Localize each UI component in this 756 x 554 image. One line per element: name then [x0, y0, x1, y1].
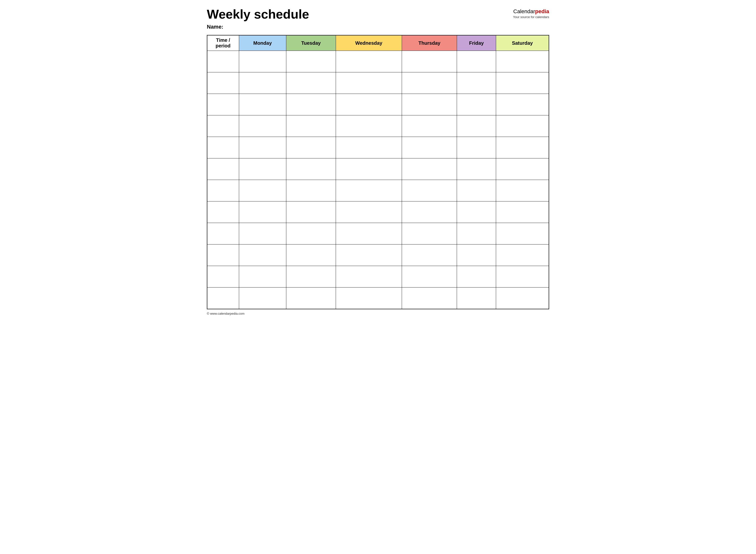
cell-thursday[interactable]: [402, 72, 457, 94]
cell-thursday[interactable]: [402, 94, 457, 115]
cell-friday[interactable]: [457, 180, 496, 202]
cell-friday[interactable]: [457, 158, 496, 180]
cell-thursday[interactable]: [402, 137, 457, 158]
table-row: [207, 137, 549, 158]
cell-thursday[interactable]: [402, 266, 457, 287]
cell-saturday[interactable]: [496, 115, 549, 137]
cell-monday[interactable]: [239, 244, 286, 266]
logo-section: Calendarpedia Your source for calendars: [513, 8, 549, 19]
cell-saturday[interactable]: [496, 266, 549, 287]
table-row: [207, 180, 549, 202]
cell-saturday[interactable]: [496, 244, 549, 266]
cell-thursday[interactable]: [402, 180, 457, 202]
cell-monday[interactable]: [239, 202, 286, 223]
cell-tuesday[interactable]: [286, 287, 336, 309]
time-cell[interactable]: [207, 51, 239, 72]
cell-friday[interactable]: [457, 244, 496, 266]
cell-wednesday[interactable]: [336, 115, 402, 137]
header-thursday: Thursday: [402, 35, 457, 51]
cell-tuesday[interactable]: [286, 137, 336, 158]
cell-monday[interactable]: [239, 115, 286, 137]
cell-thursday[interactable]: [402, 223, 457, 244]
cell-friday[interactable]: [457, 51, 496, 72]
footer: © www.calendarpedia.com: [207, 312, 549, 315]
time-cell[interactable]: [207, 137, 239, 158]
cell-friday[interactable]: [457, 287, 496, 309]
header-friday: Friday: [457, 35, 496, 51]
cell-thursday[interactable]: [402, 158, 457, 180]
cell-monday[interactable]: [239, 94, 286, 115]
table-row: [207, 266, 549, 287]
header-saturday: Saturday: [496, 35, 549, 51]
cell-monday[interactable]: [239, 180, 286, 202]
cell-thursday[interactable]: [402, 202, 457, 223]
cell-wednesday[interactable]: [336, 244, 402, 266]
cell-tuesday[interactable]: [286, 244, 336, 266]
cell-monday[interactable]: [239, 137, 286, 158]
time-cell[interactable]: [207, 115, 239, 137]
cell-saturday[interactable]: [496, 137, 549, 158]
cell-tuesday[interactable]: [286, 180, 336, 202]
time-cell[interactable]: [207, 158, 239, 180]
cell-tuesday[interactable]: [286, 158, 336, 180]
cell-monday[interactable]: [239, 223, 286, 244]
cell-monday[interactable]: [239, 266, 286, 287]
table-row: [207, 72, 549, 94]
cell-tuesday[interactable]: [286, 223, 336, 244]
time-cell[interactable]: [207, 223, 239, 244]
cell-saturday[interactable]: [496, 287, 549, 309]
cell-friday[interactable]: [457, 266, 496, 287]
cell-thursday[interactable]: [402, 287, 457, 309]
cell-monday[interactable]: [239, 51, 286, 72]
cell-monday[interactable]: [239, 158, 286, 180]
cell-wednesday[interactable]: [336, 158, 402, 180]
cell-wednesday[interactable]: [336, 72, 402, 94]
cell-saturday[interactable]: [496, 202, 549, 223]
cell-friday[interactable]: [457, 223, 496, 244]
cell-friday[interactable]: [457, 72, 496, 94]
cell-saturday[interactable]: [496, 223, 549, 244]
header-time-period: Time / period: [207, 35, 239, 51]
cell-wednesday[interactable]: [336, 180, 402, 202]
cell-friday[interactable]: [457, 202, 496, 223]
time-cell[interactable]: [207, 287, 239, 309]
cell-thursday[interactable]: [402, 244, 457, 266]
time-cell[interactable]: [207, 94, 239, 115]
time-cell[interactable]: [207, 244, 239, 266]
logo-calendar: Calendar: [513, 8, 535, 14]
cell-tuesday[interactable]: [286, 51, 336, 72]
cell-saturday[interactable]: [496, 72, 549, 94]
cell-wednesday[interactable]: [336, 51, 402, 72]
cell-saturday[interactable]: [496, 51, 549, 72]
cell-tuesday[interactable]: [286, 202, 336, 223]
cell-tuesday[interactable]: [286, 72, 336, 94]
time-cell[interactable]: [207, 266, 239, 287]
cell-friday[interactable]: [457, 137, 496, 158]
cell-thursday[interactable]: [402, 51, 457, 72]
cell-wednesday[interactable]: [336, 137, 402, 158]
cell-friday[interactable]: [457, 94, 496, 115]
cell-monday[interactable]: [239, 287, 286, 309]
cell-wednesday[interactable]: [336, 223, 402, 244]
table-row: [207, 244, 549, 266]
cell-saturday[interactable]: [496, 94, 549, 115]
table-row: [207, 51, 549, 72]
cell-wednesday[interactable]: [336, 94, 402, 115]
cell-tuesday[interactable]: [286, 266, 336, 287]
cell-tuesday[interactable]: [286, 115, 336, 137]
header-wednesday: Wednesday: [336, 35, 402, 51]
table-row: [207, 115, 549, 137]
cell-saturday[interactable]: [496, 158, 549, 180]
cell-friday[interactable]: [457, 115, 496, 137]
cell-monday[interactable]: [239, 72, 286, 94]
cell-wednesday[interactable]: [336, 202, 402, 223]
cell-thursday[interactable]: [402, 115, 457, 137]
time-cell[interactable]: [207, 202, 239, 223]
cell-wednesday[interactable]: [336, 266, 402, 287]
cell-saturday[interactable]: [496, 180, 549, 202]
cell-wednesday[interactable]: [336, 287, 402, 309]
time-cell[interactable]: [207, 180, 239, 202]
cell-tuesday[interactable]: [286, 94, 336, 115]
time-cell[interactable]: [207, 72, 239, 94]
page-title: Weekly schedule: [207, 7, 309, 21]
